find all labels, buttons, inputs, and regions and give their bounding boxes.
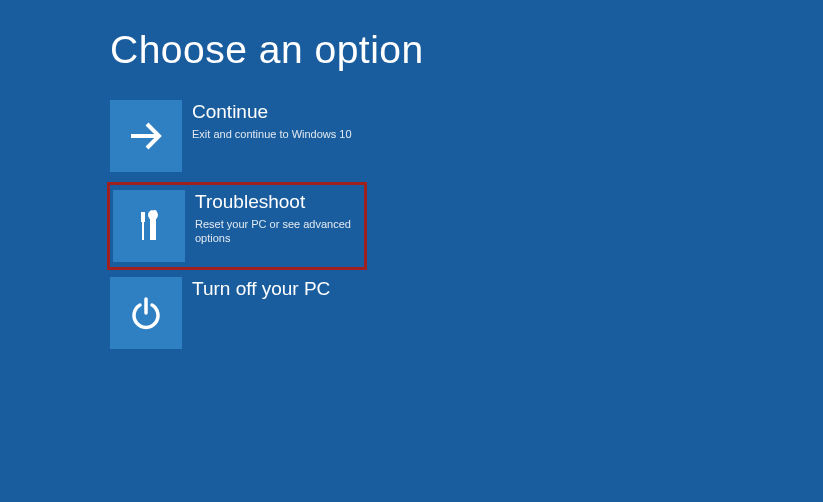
continue-desc: Exit and continue to Windows 10	[192, 127, 352, 141]
turnoff-title: Turn off your PC	[192, 277, 330, 302]
turnoff-option[interactable]: Turn off your PC	[110, 277, 370, 349]
tools-icon	[113, 190, 185, 262]
page-title: Choose an option	[110, 28, 823, 72]
arrow-right-icon	[110, 100, 182, 172]
troubleshoot-title: Troubleshoot	[195, 190, 359, 215]
power-icon	[110, 277, 182, 349]
troubleshoot-option[interactable]: Troubleshoot Reset your PC or see advanc…	[107, 182, 367, 270]
svg-rect-2	[142, 222, 144, 240]
svg-rect-1	[141, 212, 145, 222]
troubleshoot-desc: Reset your PC or see advanced options	[195, 217, 359, 246]
continue-title: Continue	[192, 100, 352, 125]
continue-option[interactable]: Continue Exit and continue to Windows 10	[110, 100, 370, 172]
